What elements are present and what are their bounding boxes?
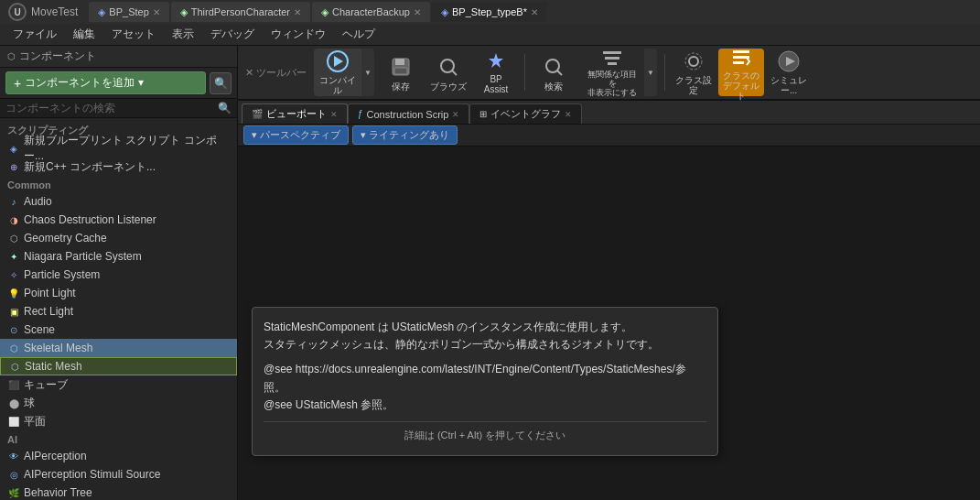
event-graph-tab-close[interactable]: ✕ — [565, 110, 572, 119]
browse-button[interactable]: ブラウズ — [425, 49, 471, 96]
tab-char-backup-close[interactable]: ✕ — [414, 7, 421, 17]
item-point-light-label: Point Light — [24, 287, 76, 299]
compile-group: コンパイル ▼ — [314, 49, 374, 96]
browse-icon — [436, 54, 461, 80]
viewport-tab-close[interactable]: ✕ — [330, 110, 338, 119]
svg-point-12 — [689, 57, 698, 66]
item-skeletal-mesh-label: Skeletal Mesh — [24, 342, 92, 354]
item-audio[interactable]: ♪ Audio — [0, 192, 237, 211]
bp-assist-button[interactable]: BP Assist — [473, 49, 519, 96]
item-aiperception-stimuli[interactable]: ◎ AIPerception Stimuli Source — [0, 465, 237, 484]
compile-icon — [325, 49, 350, 73]
search-submit-icon[interactable]: 🔍 — [218, 102, 232, 114]
component-search-input[interactable] — [5, 102, 218, 114]
item-sphere[interactable]: ⬤ 球 — [0, 394, 237, 412]
tab-third-person-close[interactable]: ✕ — [294, 7, 301, 17]
tab-bp-step[interactable]: ◈ BP_Step ✕ — [89, 2, 168, 22]
menu-debug[interactable]: デバッグ — [203, 25, 262, 44]
tab-bp-step-typeb[interactable]: ◈ BP_Step_typeB* ✕ — [432, 2, 547, 22]
hide-unrelated-button[interactable]: 無関係な項目を非表示にする — [580, 49, 644, 96]
tab-third-person-label: ThirdPersonCharacter — [191, 6, 290, 17]
item-behavior-tree[interactable]: 🌿 Behavior Tree — [0, 484, 237, 500]
window-title: MoveTest — [31, 5, 78, 18]
menu-asset[interactable]: アセット — [104, 25, 163, 44]
item-point-light[interactable]: 💡 Point Light — [0, 284, 237, 302]
tab-char-backup[interactable]: ◈ CharacterBackup ✕ — [312, 2, 430, 22]
search-button[interactable]: 検索 — [531, 49, 576, 96]
tab-viewport[interactable]: 🎬 ビューポート ✕ — [242, 103, 348, 124]
content-area: StaticMeshComponent は UStaticMesh のインスタン… — [238, 147, 980, 500]
hide-unrelated-arrow[interactable]: ▼ — [644, 49, 657, 96]
tab-bp-step-close[interactable]: ✕ — [153, 7, 160, 17]
compile-button[interactable]: コンパイル — [314, 49, 361, 96]
search-bar: 🔍 — [0, 99, 237, 118]
simulate-label: シミュレー... — [770, 75, 808, 95]
item-niagara[interactable]: ✦ Niagara Particle System — [0, 247, 237, 266]
menu-edit[interactable]: 編集 — [66, 25, 102, 44]
tab-bp-step-typeb-icon: ◈ — [441, 6, 448, 18]
ue-logo-circle: U — [8, 3, 27, 21]
item-static-mesh-label: Static Mesh — [25, 360, 82, 373]
item-rect-light[interactable]: ▣ Rect Light — [0, 302, 237, 321]
menu-view[interactable]: 表示 — [165, 25, 201, 44]
class-settings-button[interactable]: クラス設定 — [671, 49, 716, 96]
tooltip-detail-hint: 詳細は (Ctrl + Alt) を押してください — [264, 421, 706, 444]
panel-header: ⬡ コンポーネント — [0, 46, 237, 68]
tab-third-person-icon: ◈ — [180, 6, 188, 18]
tab-construction-script[interactable]: ƒ Construction Scrip ✕ — [348, 103, 469, 124]
compile-arrow[interactable]: ▼ — [361, 49, 374, 96]
hide-unrelated-icon — [599, 47, 625, 69]
class-default-label: クラスのデフォルト — [722, 71, 760, 101]
item-scene-label: Scene — [24, 323, 55, 336]
point-light-icon: 💡 — [7, 287, 20, 299]
hide-unrelated-label: 無関係な項目を非表示にする — [584, 71, 641, 98]
item-plane-label: 平面 — [24, 414, 46, 429]
item-plane[interactable]: ⬜ 平面 — [0, 412, 237, 430]
lighting-label: ライティングあり — [369, 128, 449, 142]
item-new-bp-script[interactable]: ◈ 新規ブループリント スクリプト コンポー... — [0, 139, 237, 158]
menu-help[interactable]: ヘルプ — [335, 25, 382, 44]
viewport-toolbar: ▾ パースペクティブ ▾ ライティングあり — [238, 125, 980, 147]
item-geo-cache[interactable]: ⬡ Geometry Cache — [0, 229, 237, 247]
item-skeletal-mesh[interactable]: ⬡ Skeletal Mesh — [0, 339, 237, 357]
add-component-button[interactable]: + コンポーネントを追加 ▾ — [5, 71, 206, 94]
panel-header-icon: ⬡ — [7, 51, 16, 61]
lighting-button[interactable]: ▾ ライティングあり — [352, 125, 458, 145]
niagara-icon: ✦ — [7, 250, 20, 263]
perspective-button[interactable]: ▾ パースペクティブ — [243, 125, 349, 145]
item-particle[interactable]: ✧ Particle System — [0, 266, 237, 284]
item-audio-label: Audio — [24, 195, 52, 208]
compile-label: コンパイル — [318, 75, 358, 95]
bp-assist-icon — [483, 50, 509, 72]
class-default-button[interactable]: クラスのデフォルト — [718, 49, 764, 96]
toolbar-sep-1 — [524, 54, 525, 91]
simulate-button[interactable]: シミュレー... — [766, 49, 812, 96]
item-chaos-label: Chaos Destruction Listener — [24, 213, 156, 226]
tab-event-graph[interactable]: ⊞ イベントグラフ ✕ — [469, 103, 582, 124]
bp-assist-label: BP Assist — [477, 74, 515, 94]
component-tree: スクリプティング ◈ 新規ブループリント スクリプト コンポー... ⊕ 新規C… — [0, 118, 237, 500]
construction-tab-close[interactable]: ✕ — [452, 110, 459, 119]
menu-bar: ファイル 編集 アセット 表示 デバッグ ウィンドウ ヘルプ — [0, 24, 980, 46]
search-icon-button[interactable]: 🔍 — [210, 72, 232, 94]
scene-icon: ⊙ — [7, 323, 20, 336]
editor-tabs: 🎬 ビューポート ✕ ƒ Construction Scrip ✕ ⊞ イベント… — [238, 101, 980, 125]
menu-window[interactable]: ウィンドウ — [264, 25, 333, 44]
search-toolbar-icon — [541, 54, 566, 80]
item-cube[interactable]: ⬛ キューブ — [0, 375, 237, 394]
chaos-icon: ◑ — [7, 213, 20, 226]
item-static-mesh[interactable]: ⬡ Static Mesh — [0, 357, 237, 375]
item-aiperception[interactable]: 👁 AIPerception — [0, 447, 237, 465]
skeletal-mesh-icon: ⬡ — [7, 342, 20, 354]
item-scene[interactable]: ⊙ Scene — [0, 321, 237, 339]
lighting-icon: ▾ — [361, 129, 366, 141]
save-label: 保存 — [392, 82, 410, 92]
save-button[interactable]: 保存 — [378, 49, 424, 96]
item-chaos[interactable]: ◑ Chaos Destruction Listener — [0, 211, 237, 229]
menu-file[interactable]: ファイル — [5, 25, 64, 44]
svg-line-5 — [452, 71, 457, 75]
tab-third-person[interactable]: ◈ ThirdPersonCharacter ✕ — [171, 2, 310, 22]
tab-bp-step-typeb-close[interactable]: ✕ — [531, 7, 538, 17]
hide-unrelated-group: 無関係な項目を非表示にする ▼ — [580, 49, 657, 96]
viewport-tab-icon: 🎬 — [252, 109, 263, 119]
